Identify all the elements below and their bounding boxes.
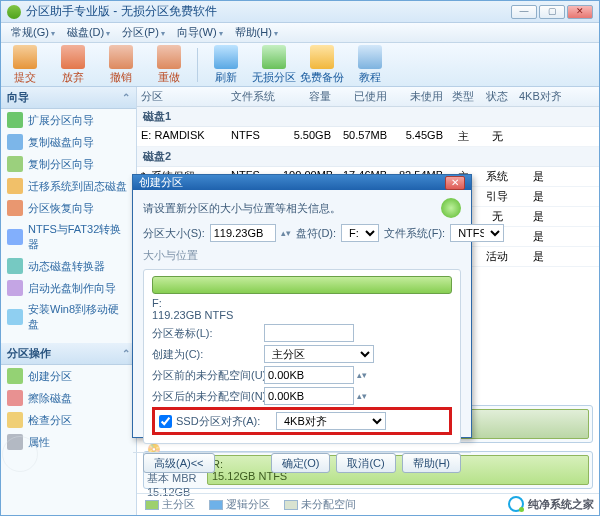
submit-icon [13, 45, 37, 69]
tb-submit[interactable]: 提交 [1, 45, 49, 85]
disk2-group[interactable]: 磁盘2 [137, 147, 599, 167]
menu-help[interactable]: 帮助(H)▾ [229, 23, 284, 42]
convert-icon [7, 229, 23, 245]
disk1-group[interactable]: 磁盘1 [137, 107, 599, 127]
slot-size: 119.23GB NTFS [152, 309, 452, 321]
col-stat[interactable]: 状态 [479, 87, 515, 106]
spinner-arrows[interactable]: ▴▾ [357, 370, 367, 380]
sb-copydisk[interactable]: 复制磁盘向导 [1, 131, 136, 153]
lbl-vollabel: 分区卷标(L): [152, 326, 264, 341]
lbl-drive: 盘符(D): [296, 226, 336, 241]
sb-copypart[interactable]: 复制分区向导 [1, 153, 136, 175]
sb-extend[interactable]: 扩展分区向导 [1, 109, 136, 131]
lbl-before: 分区前的未分配空间(U): [152, 368, 264, 383]
collapse-icon2: ⌃ [122, 348, 130, 359]
sb-create[interactable]: 创建分区 [1, 365, 136, 387]
collapse-icon: ⌃ [122, 92, 130, 103]
col-type[interactable]: 类型 [447, 87, 479, 106]
sb-win8[interactable]: 安装Win8到移动硬盘 [1, 299, 136, 335]
resize-icon [262, 45, 286, 69]
backup-icon [310, 45, 334, 69]
ssd-row-highlight: SSD分区对齐(A): 4KB对齐 [152, 407, 452, 435]
close-button[interactable]: ✕ [567, 5, 593, 19]
spinner-arrows[interactable]: ▴▾ [281, 228, 291, 238]
sb-dyn[interactable]: 动态磁盘转换器 [1, 255, 136, 277]
minimize-button[interactable]: — [511, 5, 537, 19]
input-size[interactable] [210, 224, 276, 242]
watermark-brand: 纯净系统之家 [528, 497, 594, 512]
dialog-body: 请设置新分区的大小与位置等相关信息。 分区大小(S): ▴▾ 盘符(D): F:… [133, 190, 471, 452]
lbl-size: 分区大小(S): [143, 226, 205, 241]
input-before[interactable] [264, 366, 354, 384]
tb-tutorial[interactable]: 教程 [346, 45, 394, 85]
tutorial-icon [358, 45, 382, 69]
col-used[interactable]: 已使用 [335, 87, 391, 106]
watermark-logo-icon [508, 496, 524, 512]
sb-recover[interactable]: 分区恢复向导 [1, 197, 136, 219]
sb-group-ops[interactable]: 分区操作⌃ [1, 343, 136, 365]
select-createas[interactable]: 主分区 [264, 345, 374, 363]
wipe-icon [7, 390, 23, 406]
check-icon [7, 412, 23, 428]
sb-ntfsfat[interactable]: NTFS与FAT32转换器 [1, 219, 136, 255]
ok-button[interactable]: 确定(O) [271, 453, 331, 473]
bootcd-icon [7, 280, 23, 296]
copypart-icon [7, 156, 23, 172]
input-vollabel[interactable] [264, 324, 354, 342]
row-size-drive-fs: 分区大小(S): ▴▾ 盘符(D): F: 文件系统(F): NTFS [143, 224, 461, 242]
tb-backup[interactable]: 免费备份 [298, 45, 346, 85]
cancel-button[interactable]: 取消(C) [336, 453, 395, 473]
dialog-buttons: 高级(A)<< 确定(O) 取消(C) 帮助(H) [133, 452, 471, 473]
tb-discard[interactable]: 放弃 [49, 45, 97, 85]
sb-wipe[interactable]: 擦除磁盘 [1, 387, 136, 409]
window-title: 分区助手专业版 - 无损分区免费软件 [26, 3, 509, 20]
tb-refresh[interactable]: 刷新 [202, 45, 250, 85]
spinner-arrows[interactable]: ▴▾ [357, 391, 367, 401]
discard-icon [61, 45, 85, 69]
dialog-title: 创建分区 [139, 175, 183, 190]
col-free[interactable]: 未使用 [391, 87, 447, 106]
seal-stamp [2, 436, 38, 472]
menu-general[interactable]: 常规(G)▾ [5, 23, 61, 42]
tb-undo[interactable]: 撤销 [97, 45, 145, 85]
win8-icon [7, 309, 23, 325]
create-icon [7, 368, 23, 384]
maximize-button[interactable]: ▢ [539, 5, 565, 19]
sb-group-wizard[interactable]: 向导⌃ [1, 87, 136, 109]
create-partition-dialog: 创建分区 ✕ 请设置新分区的大小与位置等相关信息。 分区大小(S): ▴▾ 盘符… [132, 174, 472, 438]
dialog-close-button[interactable]: ✕ [445, 176, 465, 190]
sb-bootcd[interactable]: 启动光盘制作向导 [1, 277, 136, 299]
menu-wizard[interactable]: 向导(W)▾ [171, 23, 229, 42]
sb-migrate[interactable]: 迁移系统到固态磁盘 [1, 175, 136, 197]
lbl-fs: 文件系统(F): [384, 226, 445, 241]
col-fs[interactable]: 文件系统 [227, 87, 279, 106]
dynamic-icon [7, 258, 23, 274]
col-partition[interactable]: 分区 [137, 87, 227, 106]
dialog-title-bar[interactable]: 创建分区 ✕ [133, 175, 471, 190]
col-align[interactable]: 4KB对齐 [515, 87, 561, 106]
tb-resize[interactable]: 无损分区 [250, 45, 298, 85]
advanced-button[interactable]: 高级(A)<< [143, 453, 215, 473]
select-ssd-align[interactable]: 4KB对齐 [276, 412, 386, 430]
menu-partition[interactable]: 分区(P)▾ [116, 23, 171, 42]
extend-icon [7, 112, 23, 128]
select-fs[interactable]: NTFS [450, 224, 504, 242]
menu-disk[interactable]: 磁盘(D)▾ [61, 23, 116, 42]
sb-check[interactable]: 检查分区 [1, 409, 136, 431]
chk-ssd-align[interactable] [159, 415, 172, 428]
slot-bar[interactable] [152, 276, 452, 294]
col-cap[interactable]: 容量 [279, 87, 335, 106]
input-after[interactable] [264, 387, 354, 405]
menu-bar: 常规(G)▾ 磁盘(D)▾ 分区(P)▾ 向导(W)▾ 帮助(H)▾ [1, 23, 599, 43]
slot-group: F: 119.23GB NTFS 分区卷标(L): 创建为(C):主分区 分区前… [143, 269, 461, 444]
help-button[interactable]: 帮助(H) [402, 453, 461, 473]
table-header: 分区 文件系统 容量 已使用 未使用 类型 状态 4KB对齐 [137, 87, 599, 107]
redo-icon [157, 45, 181, 69]
recover-icon [7, 200, 23, 216]
tb-redo[interactable]: 重做 [145, 45, 193, 85]
lbl-slot-title: 大小与位置 [143, 248, 461, 263]
select-drive[interactable]: F: [341, 224, 379, 242]
new-partition-icon [441, 198, 461, 218]
table-row[interactable]: E: RAMDISK NTFS 5.50GB 50.57MB 5.45GB 主 … [137, 127, 599, 147]
toolbar-sep [197, 48, 198, 82]
